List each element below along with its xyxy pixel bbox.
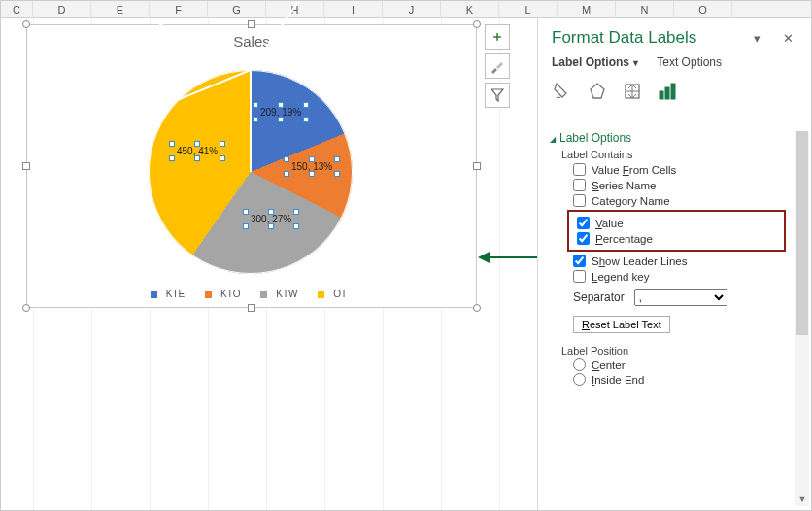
resize-handle[interactable] <box>22 20 30 28</box>
col-C[interactable]: C <box>1 1 33 18</box>
label-position-heading: Label Position <box>561 345 811 357</box>
svg-rect-6 <box>671 84 675 99</box>
pie-chart[interactable]: 209, 19% 150, 13% 300, 27% 450, 41% <box>149 70 353 274</box>
radio-center[interactable]: Center <box>573 358 811 371</box>
col-E[interactable]: E <box>91 1 150 18</box>
col-N[interactable]: N <box>616 1 674 18</box>
chart-filter-button[interactable] <box>485 83 510 108</box>
chk-percentage[interactable]: Percentage <box>577 232 782 245</box>
effects-icon[interactable] <box>587 81 608 102</box>
col-G[interactable]: G <box>208 1 266 18</box>
chart-title[interactable]: Sales <box>27 33 476 50</box>
size-properties-icon[interactable] <box>622 81 643 102</box>
text-options-tab[interactable]: Text Options <box>657 55 722 69</box>
reset-label-text-button[interactable]: Reset Label Text <box>573 316 670 333</box>
col-I[interactable]: I <box>324 1 383 18</box>
close-icon[interactable]: ✕ <box>779 31 797 46</box>
chk-leader-lines[interactable]: Show Leader Lines <box>573 255 811 267</box>
chart-mini-toolbar: ＋ <box>485 24 510 112</box>
col-O[interactable]: O <box>674 1 732 18</box>
svg-rect-4 <box>660 91 663 99</box>
column-headers: C D E F G H I J K L M N O <box>1 1 811 18</box>
resize-handle[interactable] <box>22 304 30 312</box>
fill-line-icon[interactable] <box>552 81 573 102</box>
data-label[interactable]: 209, 19% <box>255 105 306 119</box>
data-label[interactable]: 450, 41% <box>172 144 222 158</box>
svg-marker-1 <box>478 252 490 263</box>
resize-handle[interactable] <box>248 304 255 312</box>
chk-series-name[interactable]: Series Name <box>573 179 811 191</box>
resize-handle[interactable] <box>248 20 255 28</box>
separator-select[interactable]: , <box>634 289 727 306</box>
label-options-tab[interactable]: Label Options▼ <box>552 55 640 69</box>
section-label-options[interactable]: Label Options <box>550 131 811 145</box>
chk-value-from-cells[interactable]: Value From Cells <box>573 163 811 176</box>
scroll-down-arrow[interactable]: ▼ <box>795 493 809 506</box>
radio-inside-end[interactable]: Inside End <box>573 373 811 386</box>
col-K[interactable]: K <box>441 1 499 18</box>
pane-options-dropdown[interactable]: ▾ <box>750 31 764 46</box>
chk-legend-key[interactable]: Legend key <box>573 270 811 283</box>
data-label[interactable]: 300, 27% <box>246 212 296 226</box>
col-J[interactable]: J <box>383 1 441 18</box>
chart-legend[interactable]: KTE KTO KTW OT <box>27 289 476 299</box>
svg-rect-5 <box>665 87 669 99</box>
label-contains-heading: Label Contains <box>561 149 811 160</box>
col-M[interactable]: M <box>558 1 616 18</box>
scroll-thumb[interactable] <box>796 131 808 335</box>
chart-styles-button[interactable] <box>485 53 510 79</box>
format-pane: Format Data Labels ▾ ✕ Label Options▼ Te… <box>537 18 811 510</box>
resize-handle[interactable] <box>473 162 481 170</box>
chart-object[interactable]: Sales 209, 19% 150, 13% 300, 27% <box>26 24 477 308</box>
svg-marker-2 <box>591 84 604 98</box>
chk-category-name[interactable]: Category Name <box>573 194 811 207</box>
resize-handle[interactable] <box>473 20 481 28</box>
label-options-icon[interactable] <box>657 81 678 102</box>
col-D[interactable]: D <box>33 1 91 18</box>
chart-elements-button[interactable]: ＋ <box>485 24 510 50</box>
legend-item: OT <box>333 289 347 299</box>
chk-value[interactable]: Value <box>577 217 782 229</box>
highlight-box: Value Percentage <box>567 210 786 252</box>
data-label[interactable]: 150, 13% <box>287 159 337 174</box>
pane-title: Format Data Labels <box>552 28 696 48</box>
separator-label: Separator <box>573 290 625 304</box>
legend-item: KTW <box>276 289 297 299</box>
legend-item: KTE <box>166 289 185 299</box>
pane-scrollbar[interactable]: ▲ ▼ <box>795 131 809 506</box>
resize-handle[interactable] <box>22 162 30 170</box>
col-L[interactable]: L <box>499 1 558 18</box>
resize-handle[interactable] <box>473 304 481 312</box>
legend-item: KTO <box>220 289 240 299</box>
col-F[interactable]: F <box>150 1 208 18</box>
